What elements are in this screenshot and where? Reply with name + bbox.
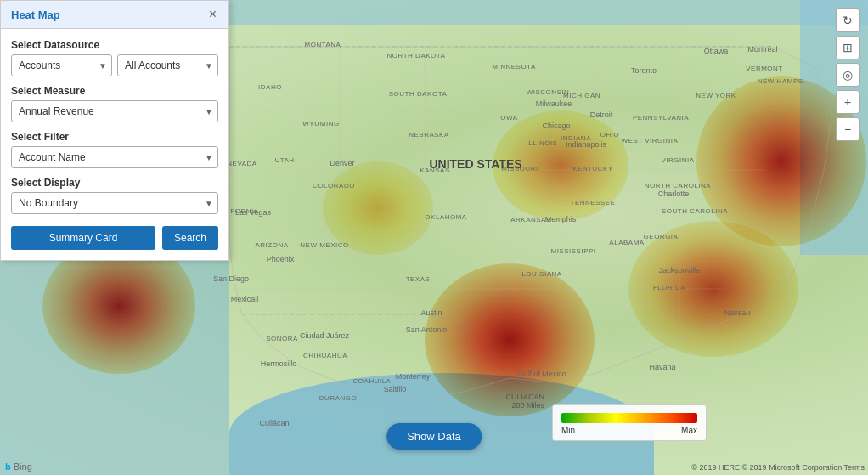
bing-icon: b [5, 461, 11, 472]
action-buttons: Summary Card Search [11, 226, 218, 250]
heat-legend: Min Max CULIACAN 200 Miles [552, 404, 707, 441]
display-select-wrapper: No Boundary State Boundary Country Bound… [11, 192, 218, 214]
filter-select-wrapper: Account Name Industry Region ▼ [11, 146, 218, 168]
datasource-filter-select[interactable]: All Accounts My Accounts [117, 54, 218, 76]
datasource-select[interactable]: Accounts Contacts Leads [11, 54, 112, 76]
map-controls: ↻ ⊞ ◎ + − [836, 8, 860, 141]
heat-map-panel: Heat Map × Select Datasource Accounts Co… [0, 0, 229, 261]
measure-group: Select Measure Annual Revenue Number of … [11, 85, 218, 122]
refresh-button[interactable]: ↻ [836, 8, 860, 32]
zoom-out-button[interactable]: − [836, 117, 860, 141]
datasource-filter-select-wrapper: All Accounts My Accounts ▼ [117, 54, 218, 76]
layers-button[interactable]: ⊞ [836, 36, 860, 59]
measure-select[interactable]: Annual Revenue Number of Employees [11, 100, 218, 122]
display-group: Select Display No Boundary State Boundar… [11, 177, 218, 214]
legend-max-label: Max [681, 426, 697, 435]
location-button[interactable]: ◎ [836, 63, 860, 87]
measure-select-wrapper: Annual Revenue Number of Employees ▼ [11, 100, 218, 122]
bing-logo: b Bing [5, 461, 32, 472]
zoom-in-button[interactable]: + [836, 90, 860, 114]
search-button[interactable]: Search [162, 226, 218, 250]
map-scale: CULIACAN 200 Miles [505, 393, 544, 410]
measure-label: Select Measure [11, 85, 218, 97]
datasource-group: Select Datasource Accounts Contacts Lead… [11, 39, 218, 76]
bing-label: Bing [14, 461, 32, 472]
legend-min-label: Min [561, 426, 575, 435]
filter-group: Select Filter Account Name Industry Regi… [11, 131, 218, 168]
close-button[interactable]: × [207, 8, 218, 21]
panel-header: Heat Map × [1, 1, 228, 29]
filter-select[interactable]: Account Name Industry Region [11, 146, 218, 168]
datasource-label: Select Datasource [11, 39, 218, 51]
summary-card-button[interactable]: Summary Card [11, 226, 155, 250]
display-label: Select Display [11, 177, 218, 189]
copyright-text: © 2019 HERE © 2019 Microsoft Corporation… [691, 463, 865, 472]
datasource-select-wrapper: Accounts Contacts Leads ▼ [11, 54, 112, 76]
panel-body: Select Datasource Accounts Contacts Lead… [1, 29, 228, 260]
show-data-button[interactable]: Show Data [386, 423, 482, 450]
panel-title: Heat Map [11, 8, 60, 21]
legend-gradient-bar [561, 413, 697, 423]
filter-label: Select Filter [11, 131, 218, 143]
display-select[interactable]: No Boundary State Boundary Country Bound… [11, 192, 218, 214]
